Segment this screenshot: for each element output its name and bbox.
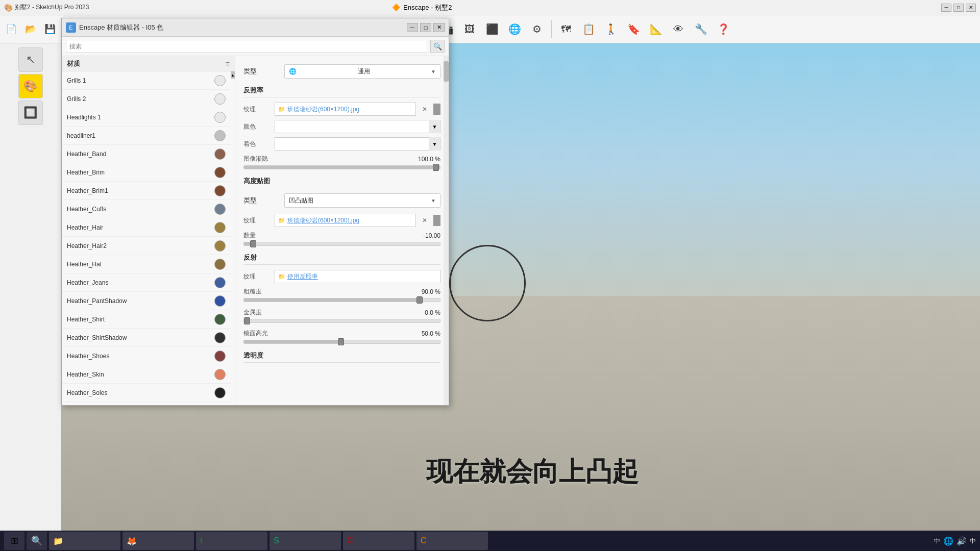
search-input[interactable] xyxy=(66,40,427,53)
specular-slider-thumb[interactable] xyxy=(338,338,344,345)
windows-taskbar: ⊞ 🔍 📁 🦊 t S C C 中 🌐 🔊 中 xyxy=(0,531,980,551)
roughness-slider-fill xyxy=(244,298,421,302)
enscape-tb-panorama[interactable]: ⬛ xyxy=(482,19,502,39)
reflection-texture-link[interactable]: 使用反照率 xyxy=(287,272,318,281)
type-select[interactable]: 🌐 通用 ▼ xyxy=(284,64,440,79)
taskbar-app-firefox[interactable]: 🦊 xyxy=(122,532,194,550)
material-list-item[interactable]: Heather_PantShadow xyxy=(62,292,231,310)
albedo-texture-more-button[interactable] xyxy=(433,104,440,115)
material-list-item[interactable]: Heather_Shirt xyxy=(62,310,231,329)
enscape-minimize-button[interactable]: ─ xyxy=(941,4,951,12)
type-select-value: 通用 xyxy=(358,67,370,76)
material-color-swatch xyxy=(214,185,226,196)
material-list-item[interactable]: Heather_Band xyxy=(62,145,231,163)
enscape-tb-eye[interactable]: 👁 xyxy=(668,19,689,39)
material-list-item[interactable]: Heather_Jeans xyxy=(62,273,231,292)
bump-type-select[interactable]: 凹凸贴图 ▼ xyxy=(284,193,440,208)
bump-texture-filename[interactable]: 班德瑞砂岩(600×1200).jpg xyxy=(287,216,359,225)
type-label: 类型 xyxy=(243,67,279,76)
folder-icon[interactable]: 📁 xyxy=(278,106,285,113)
bump-amount-slider-thumb[interactable] xyxy=(250,240,256,247)
color-picker-chevron[interactable]: ▼ xyxy=(429,120,440,133)
metalness-slider-track[interactable] xyxy=(243,319,440,323)
enscape-tb-list[interactable]: 📋 xyxy=(578,19,599,39)
material-list-menu-icon[interactable]: ≡ xyxy=(226,60,230,68)
albedo-texture-delete-button[interactable]: ✕ xyxy=(419,104,430,115)
roughness-slider-thumb[interactable] xyxy=(416,296,423,304)
material-color-swatch xyxy=(214,130,226,141)
dialog-title: Enscape 材质编辑器 - I05 色 xyxy=(79,23,404,32)
enscape-tb-gear2[interactable]: 🔧 xyxy=(691,19,711,39)
left-icon-select[interactable]: ↖ xyxy=(18,47,43,72)
start-button[interactable]: ⊞ xyxy=(4,532,24,550)
dialog-window-controls: ─ □ ✕ xyxy=(407,23,445,32)
dialog-maximize-button[interactable]: □ xyxy=(420,23,431,32)
dialog-minimize-button[interactable]: ─ xyxy=(407,23,418,32)
enscape-tb-render[interactable]: 🖼 xyxy=(459,19,480,39)
enscape-maximize-button[interactable]: □ xyxy=(953,4,964,12)
material-list-item[interactable]: Heather_Brim1 xyxy=(62,182,231,200)
panel-scrollbar-thumb[interactable] xyxy=(444,61,449,82)
enscape-tb-settings[interactable]: ⚙ xyxy=(527,19,547,39)
material-list-item[interactable]: Heather_Shoes xyxy=(62,347,231,365)
roughness-slider-track[interactable] xyxy=(243,298,440,302)
type-select-chevron: ▼ xyxy=(431,69,436,74)
albedo-texture-filename[interactable]: 班德瑞砂岩(600×1200).jpg xyxy=(287,105,359,114)
bump-texture-delete-button[interactable]: ✕ xyxy=(419,215,430,226)
material-list-item[interactable]: Heather_Hair xyxy=(62,218,231,237)
material-list-item[interactable]: Grills 1 xyxy=(62,71,231,90)
material-list-item[interactable]: Heather_Stripe1 xyxy=(62,402,231,405)
material-list-item[interactable]: Heather_Soles xyxy=(62,384,231,402)
material-color-swatch xyxy=(214,93,226,105)
metalness-slider-thumb[interactable] xyxy=(244,317,250,324)
left-icon-3d[interactable]: 🔲 xyxy=(18,101,43,125)
tint-picker-chevron[interactable]: ▼ xyxy=(429,137,440,151)
material-color-swatch xyxy=(214,167,226,178)
albedo-tint-row: 着色 ▼ xyxy=(243,137,440,151)
list-scroll-up-button[interactable]: ▲ xyxy=(231,71,235,79)
albedo-texture-path: 📁 班德瑞砂岩(600×1200).jpg xyxy=(275,103,416,116)
left-icon-paint[interactable]: 🎨 xyxy=(18,74,43,98)
material-list-item[interactable]: Heather_Hat xyxy=(62,255,231,273)
enscape-tb-3d[interactable]: 📐 xyxy=(646,19,666,39)
reflection-folder-icon[interactable]: 📁 xyxy=(278,273,285,280)
material-list-item[interactable]: Headlights 1 xyxy=(62,108,231,127)
material-list-item[interactable]: headliner1 xyxy=(62,127,231,145)
dialog-close-button[interactable]: ✕ xyxy=(433,23,445,32)
taskbar-app-catch[interactable]: C xyxy=(343,532,414,550)
specular-slider-track[interactable] xyxy=(243,340,440,344)
taskbar-app-trimble[interactable]: t xyxy=(196,532,267,550)
bump-texture-more-button[interactable] xyxy=(433,215,440,226)
toolbar-icon-new[interactable]: 📄 xyxy=(2,20,20,38)
albedo-tint-picker[interactable]: ▼ xyxy=(275,137,440,151)
material-color-swatch xyxy=(214,204,226,215)
albedo-tint-label: 着色 xyxy=(243,140,272,148)
enscape-tb-person[interactable]: 🚶 xyxy=(601,19,621,39)
bump-folder-icon[interactable]: 📁 xyxy=(278,217,285,224)
taskbar-app-enscape[interactable]: C xyxy=(416,532,488,550)
material-list-item[interactable]: Heather_Hair2 xyxy=(62,237,231,255)
material-list-item[interactable]: Heather_Skin xyxy=(62,365,231,384)
enscape-tb-bookmark[interactable]: 🔖 xyxy=(623,19,644,39)
enscape-tb-map[interactable]: 🗺 xyxy=(556,19,576,39)
albedo-color-picker[interactable]: ▼ xyxy=(275,120,440,133)
enscape-tb-web[interactable]: 🌐 xyxy=(504,19,525,39)
enscape-close-button[interactable]: ✕ xyxy=(966,4,976,12)
bump-amount-slider-track[interactable] xyxy=(243,242,440,246)
material-list-item[interactable]: Heather_Cuffs xyxy=(62,200,231,218)
material-list-item[interactable]: Grills 2 xyxy=(62,90,231,108)
search-button[interactable]: 🔍 xyxy=(430,40,445,53)
material-list-item[interactable]: Heather_Brim xyxy=(62,163,231,182)
material-list-item[interactable]: Heather_ShirtShadow xyxy=(62,329,231,347)
opacity-slider-thumb[interactable] xyxy=(433,164,439,171)
taskbar-app-explorer[interactable]: 📁 xyxy=(49,532,120,550)
enscape-tb-question[interactable]: ❓ xyxy=(713,19,733,39)
opacity-slider-track[interactable] xyxy=(243,165,440,169)
material-color-swatch xyxy=(214,148,226,160)
panel-scrollbar[interactable] xyxy=(444,56,449,405)
toolbar-icon-save[interactable]: 💾 xyxy=(41,20,59,38)
search-taskbar-button[interactable]: 🔍 xyxy=(27,532,47,550)
sketchup-title: 别墅2 - SketchUp Pro 2023 xyxy=(15,3,89,12)
taskbar-app-sketchup[interactable]: S xyxy=(270,532,341,550)
toolbar-icon-open[interactable]: 📂 xyxy=(21,20,40,38)
